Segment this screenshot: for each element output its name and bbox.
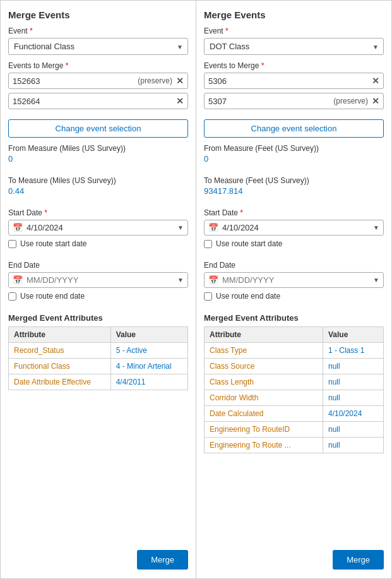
right-attr-value-0: 1 - Class 1 (323, 343, 383, 359)
left-title: Merge Events (8, 9, 188, 20)
right-to-measure-label: To Measure (Feet (US Survey)) (204, 176, 384, 185)
right-use-route-end-row: Use route end date (204, 292, 384, 301)
left-change-event-button[interactable]: Change event selection (8, 119, 188, 138)
right-end-date-input[interactable] (222, 275, 373, 285)
right-events-to-merge: Events to Merge * 5306 ✕ 5307 (preserve)… (204, 61, 384, 113)
right-use-route-end-checkbox[interactable] (204, 292, 212, 301)
left-end-date-chevron-icon: ▼ (177, 277, 184, 284)
left-event-row-1: 152664 ✕ (8, 93, 188, 109)
right-start-date-icon: 📅 (208, 223, 218, 232)
left-to-measure-label: To Measure (Miles (US Survey)) (8, 176, 188, 185)
table-row: Class Type 1 - Class 1 (205, 343, 384, 359)
left-event-close-0[interactable]: ✕ (176, 76, 184, 86)
right-event-id-0: 5306 (208, 76, 372, 86)
left-event-id-0: 152663 (13, 76, 138, 86)
right-use-route-start-row: Use route start date (204, 239, 384, 248)
left-end-date-section: End Date 📅 ▼ Use route end date (8, 261, 188, 307)
right-attr-col1: Attribute (205, 327, 323, 343)
right-attr-value-5: null (323, 422, 383, 438)
right-start-date-chevron-icon: ▼ (373, 224, 379, 231)
left-end-date-label: End Date (8, 261, 188, 270)
right-event-select[interactable]: DOT Class (204, 38, 384, 55)
right-end-date-row[interactable]: 📅 ▼ (204, 272, 384, 288)
right-to-measure: To Measure (Feet (US Survey)) 93417.814 (204, 176, 384, 202)
left-start-date-value: 4/10/2024 (27, 223, 177, 232)
right-from-measure-value: 0 (204, 154, 384, 164)
left-use-route-end-row: Use route end date (8, 292, 188, 301)
left-end-date-input[interactable] (27, 275, 177, 285)
left-attr-value-0: 5 - Active (110, 343, 187, 359)
left-attr-col2: Value (110, 327, 187, 343)
left-panel: Merge Events Event * Functional Class Ev… (0, 0, 196, 579)
right-event-preserve-1: (preserve) (333, 97, 368, 105)
table-row: Engineering To Route ... null (205, 438, 384, 453)
right-title: Merge Events (204, 9, 384, 20)
right-change-event-button[interactable]: Change event selection (204, 119, 384, 138)
left-start-date-field: Start Date * 📅 4/10/2024 ▼ Use route sta… (8, 208, 188, 254)
left-start-date-icon: 📅 (13, 223, 23, 232)
left-from-measure: From Measure (Miles (US Survey)) 0 (8, 144, 188, 170)
left-use-route-start-row: Use route start date (8, 239, 188, 248)
right-end-date-label: End Date (204, 261, 384, 270)
left-attr-name-2: Date Attribute Effective (9, 374, 111, 390)
left-use-route-end-checkbox[interactable] (8, 292, 16, 301)
right-attr-col2: Value (323, 327, 383, 343)
left-merged-attrs-title: Merged Event Attributes (8, 313, 188, 323)
right-end-date-section: End Date 📅 ▼ Use route end date (204, 261, 384, 307)
table-row: Date Attribute Effective 4/4/2011 (9, 374, 188, 390)
right-start-date-field: Start Date * 📅 4/10/2024 ▼ Use route sta… (204, 208, 384, 254)
left-event-select[interactable]: Functional Class (8, 38, 188, 55)
left-use-route-start-checkbox[interactable] (8, 240, 16, 248)
right-event-row-1: 5307 (preserve) ✕ (204, 93, 384, 109)
right-merge-button[interactable]: Merge (333, 550, 384, 570)
left-events-merge-label: Events to Merge * (8, 61, 188, 70)
right-end-date-chevron-icon: ▼ (373, 277, 379, 284)
left-attr-name-1: Functional Class (9, 359, 111, 374)
table-row: Engineering To RouteID null (205, 422, 384, 438)
left-event-label: Event * (8, 27, 188, 35)
right-start-date-label: Start Date * (204, 208, 384, 217)
right-attr-name-5: Engineering To RouteID (205, 422, 323, 438)
left-events-to-merge: Events to Merge * 152663 (preserve) ✕ 15… (8, 61, 188, 113)
left-use-route-end-label: Use route end date (20, 292, 85, 301)
left-event-select-wrapper[interactable]: Functional Class (8, 38, 188, 55)
right-attr-value-2: null (323, 374, 383, 390)
right-attr-name-6: Engineering To Route ... (205, 438, 323, 453)
table-row: Class Source null (205, 359, 384, 374)
right-attr-name-2: Class Length (205, 374, 323, 390)
left-to-measure: To Measure (Miles (US Survey)) 0.44 (8, 176, 188, 202)
left-to-measure-value: 0.44 (8, 186, 188, 196)
table-row: Date Calculated 4/10/2024 (205, 406, 384, 422)
table-row: Functional Class 4 - Minor Arterial (9, 359, 188, 374)
left-end-date-row[interactable]: 📅 ▼ (8, 272, 188, 288)
right-attr-name-0: Class Type (205, 343, 323, 359)
left-event-id-1: 152664 (13, 97, 176, 106)
left-event-preserve-0: (preserve) (138, 76, 172, 85)
right-use-route-start-label: Use route start date (216, 239, 282, 248)
right-event-close-0[interactable]: ✕ (372, 76, 379, 86)
right-use-route-start-checkbox[interactable] (204, 240, 212, 248)
table-row: Corridor Width null (205, 390, 384, 406)
left-use-route-start-label: Use route start date (20, 239, 86, 248)
left-start-date-row[interactable]: 📅 4/10/2024 ▼ (8, 220, 188, 236)
right-attr-name-3: Corridor Width (205, 390, 323, 406)
right-start-date-row[interactable]: 📅 4/10/2024 ▼ (204, 220, 384, 236)
right-from-measure: From Measure (Feet (US Survey)) 0 (204, 144, 384, 170)
left-from-measure-label: From Measure (Miles (US Survey)) (8, 144, 188, 153)
right-event-close-1[interactable]: ✕ (372, 96, 379, 106)
right-attr-value-3: null (323, 390, 383, 406)
left-event-row-0: 152663 (preserve) ✕ (8, 73, 188, 89)
right-to-measure-value: 93417.814 (204, 186, 384, 196)
right-event-field: Event * DOT Class (204, 27, 384, 55)
right-events-merge-label: Events to Merge * (204, 61, 384, 70)
left-event-close-1[interactable]: ✕ (176, 96, 184, 106)
right-attr-name-4: Date Calculated (205, 406, 323, 422)
right-merged-attrs-title: Merged Event Attributes (204, 313, 384, 323)
left-merge-button[interactable]: Merge (137, 550, 188, 570)
left-attr-name-0: Record_Status (9, 343, 111, 359)
right-panel: Merge Events Event * DOT Class Events to… (196, 0, 392, 579)
right-end-date-icon: 📅 (208, 275, 218, 285)
right-event-id-1: 5307 (208, 97, 333, 106)
table-row: Class Length null (205, 374, 384, 390)
right-event-select-wrapper[interactable]: DOT Class (204, 38, 384, 55)
